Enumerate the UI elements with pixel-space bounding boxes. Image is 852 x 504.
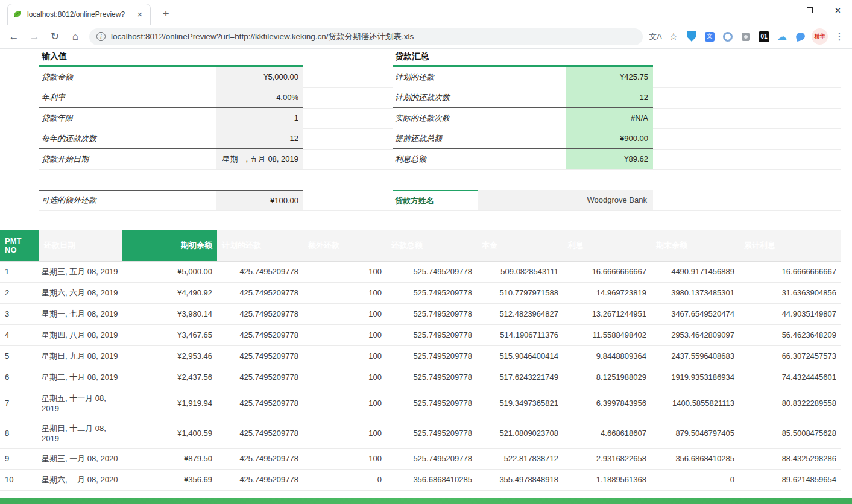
scheduled-payment-cell: 425.7495209778	[217, 469, 303, 490]
home-button[interactable]: ⌂	[66, 28, 84, 46]
cloud-extension-icon[interactable]: ☁	[774, 29, 790, 45]
table-row: 7 星期五, 十一月 08, 2019 ¥1,919.94 425.749520…	[0, 388, 841, 418]
title-bar: localhost:8012/onlinePreview? × + – ✕	[0, 0, 852, 24]
bookmark-star-icon[interactable]: ☆	[666, 29, 681, 45]
total-payment-cell: 525.7495209778	[387, 324, 477, 345]
table-row: 1 星期三, 五月 08, 2019 ¥5,000.00 425.7495209…	[0, 261, 841, 282]
header-principal: 本金	[477, 230, 563, 261]
opening-balance-cell: ¥5,000.00	[122, 261, 217, 282]
back-button[interactable]: ←	[5, 28, 23, 46]
opening-balance-cell: ¥356.69	[122, 469, 217, 490]
summary-row: 提前还款总额 ¥900.00	[393, 128, 653, 149]
bird-extension-icon[interactable]	[792, 29, 808, 45]
pmt-no-cell: 4	[0, 324, 39, 345]
amortization-rows: 1 星期三, 五月 08, 2019 ¥5,000.00 425.7495209…	[0, 261, 841, 490]
principal-cell: 510.7797971588	[477, 282, 563, 303]
input-row-label: 贷款金额	[39, 67, 216, 87]
interest-cell: 4.668618607	[563, 418, 651, 448]
profile-avatar[interactable]: 精华	[812, 28, 828, 45]
principal-cell: 515.9046400414	[477, 345, 563, 367]
input-row-label: 年利率	[39, 87, 216, 107]
scheduled-payment-cell: 425.7495209778	[217, 418, 303, 448]
payment-date-cell: 星期六, 六月 08, 2019	[39, 282, 122, 303]
cumulative-interest-cell: 31.6363904856	[739, 282, 841, 303]
summary-row-label: 利息总额	[393, 149, 566, 169]
page-info-icon[interactable]: i	[96, 32, 106, 41]
lender-name-value: Woodgrove Bank	[478, 190, 653, 210]
gray-extension-icon[interactable]	[738, 29, 754, 45]
input-row-value: 4.00%	[216, 87, 303, 107]
pmt-no-cell: 8	[0, 418, 39, 448]
input-row-value: 1	[216, 108, 303, 128]
header-extra-payment: 额外还款	[303, 230, 387, 261]
input-row-label: 贷款年限	[39, 108, 216, 128]
extra-payment-cell: 100	[303, 303, 387, 324]
table-header-row: PMT NO 还款日期 期初余额 计划的还款 额外还款 还款总额 本金 利息 期…	[0, 230, 841, 261]
new-tab-button[interactable]: +	[158, 7, 174, 22]
payment-date-cell: 星期五, 十一月 08, 2019	[39, 388, 122, 418]
opening-balance-cell: ¥3,467.65	[122, 324, 217, 345]
input-row: 年利率 4.00%	[39, 87, 303, 108]
browser-menu-icon[interactable]: ⋮	[831, 29, 847, 45]
input-row: 贷款开始日期 星期三, 五月 08, 2019	[39, 149, 303, 169]
summary-row-value: ¥900.00	[566, 128, 653, 148]
summary-row-label: 计划的还款	[393, 67, 566, 87]
summary-row-value: #N/A	[566, 108, 653, 128]
total-payment-cell: 525.7495209778	[387, 282, 477, 303]
principal-cell: 517.6243221749	[477, 367, 563, 388]
interest-cell: 14.969723819	[563, 282, 651, 303]
summary-row-label: 实际的还款次数	[393, 108, 566, 128]
badge-01-extension-icon[interactable]: 01	[756, 29, 772, 45]
tab-close-icon[interactable]: ×	[134, 9, 145, 20]
payment-date-cell: 星期三, 五月 08, 2019	[39, 261, 122, 282]
reload-button[interactable]: ↻	[46, 28, 64, 46]
opening-balance-cell: ¥1,919.94	[122, 388, 217, 418]
ending-balance-cell: 0	[651, 469, 739, 490]
input-panel-rows: 贷款金额 ¥5,000.00 年利率 4.00% 贷款年限 1 每年的	[39, 67, 303, 169]
ending-balance-cell: 1400.5855821113	[651, 388, 739, 418]
principal-cell: 519.3497365821	[477, 388, 563, 418]
loan-summary-panel: 贷款汇总 计划的还款 ¥425.75 计划的还款次数 12 实际的还款次数	[393, 49, 653, 169]
payment-date-cell: 星期三, 一月 08, 2020	[39, 448, 122, 469]
input-row-label: 贷款开始日期	[39, 149, 216, 169]
translate-icon[interactable]: 文A	[648, 29, 663, 45]
cumulative-interest-cell: 16.6666666667	[739, 261, 841, 282]
footer-green-bar	[0, 498, 852, 504]
interest-cell: 1.1889561368	[563, 469, 651, 490]
principal-cell: 512.4823964827	[477, 303, 563, 324]
browser-tab[interactable]: localhost:8012/onlinePreview? ×	[7, 4, 151, 25]
translate-extension-icon[interactable]: 文	[702, 29, 718, 45]
maximize-button[interactable]	[795, 0, 824, 20]
cumulative-interest-cell: 66.3072457573	[739, 345, 841, 367]
summary-row-label: 计划的还款次数	[393, 87, 566, 107]
forward-button[interactable]: →	[25, 28, 43, 46]
header-ending-balance: 期末余额	[651, 230, 739, 261]
total-payment-cell: 525.7495209778	[387, 418, 477, 448]
total-payment-cell: 525.7495209778	[387, 345, 477, 367]
ending-balance-cell: 4490.9171456889	[651, 261, 739, 282]
opening-balance-cell: ¥1,400.59	[122, 418, 217, 448]
spreadsheet-preview: 输入值 贷款金额 ¥5,000.00 年利率 4.00% 贷款年限	[0, 49, 842, 498]
cumulative-interest-cell: 44.9035149807	[739, 303, 841, 324]
total-payment-cell: 525.7495209778	[387, 261, 477, 282]
table-row: 6 星期二, 十月 08, 2019 ¥2,437.56 425.7495209…	[0, 367, 841, 388]
circle-extension-icon[interactable]	[720, 29, 736, 45]
extra-payment-cell: 100	[303, 388, 387, 418]
minimize-button[interactable]: –	[767, 0, 795, 20]
close-button[interactable]: ✕	[824, 0, 852, 20]
table-row: 4 星期四, 八月 08, 2019 ¥3,467.65 425.7495209…	[0, 324, 841, 345]
payment-date-cell: 星期日, 九月 08, 2019	[39, 345, 122, 367]
table-row: 9 星期三, 一月 08, 2020 ¥879.50 425.749520977…	[0, 448, 841, 469]
scheduled-payment-cell: 425.7495209778	[217, 345, 303, 367]
input-row: 贷款金额 ¥5,000.00	[39, 67, 303, 87]
pmt-no-cell: 10	[0, 469, 39, 490]
extra-payment-value: ¥100.00	[216, 191, 303, 210]
address-bar[interactable]: i localhost:8012/onlinePreview?url=http:…	[89, 28, 643, 45]
shield-extension-icon[interactable]	[684, 29, 699, 45]
cumulative-interest-cell: 80.8322289558	[739, 388, 841, 418]
toolbar-right-icons: 文A ☆ 文 01 ☁ 精华 ⋮	[646, 28, 848, 45]
cumulative-interest-cell: 88.4325298286	[739, 448, 841, 469]
principal-cell: 522.817838712	[477, 448, 563, 469]
scheduled-payment-cell: 425.7495209778	[217, 367, 303, 388]
table-row: 2 星期六, 六月 08, 2019 ¥4,490.92 425.7495209…	[0, 282, 841, 303]
